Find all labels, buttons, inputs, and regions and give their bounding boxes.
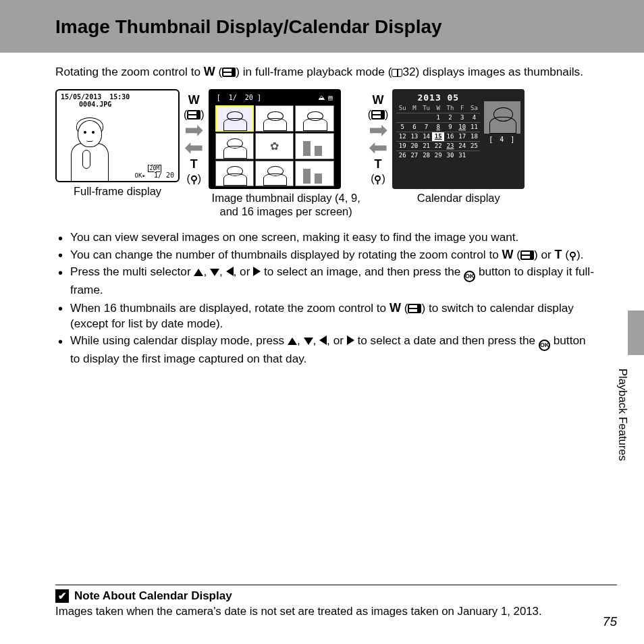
w-label-arrow1: W — [188, 93, 200, 107]
thumbnail-icon — [187, 110, 200, 119]
calendar-figure: 2013 05 SuMTuWThFSa 12345678910111213141… — [392, 89, 525, 205]
bullet-4: When 16 thumbnails are displayed, rotate… — [70, 300, 617, 332]
magnify-icon: ⚲ — [190, 173, 198, 185]
thumbnail-cell — [255, 161, 294, 187]
left-arrow-icon — [226, 267, 234, 276]
section-tab — [628, 311, 644, 355]
calendar-caption: Calendar display — [392, 192, 525, 205]
down-arrow-icon — [210, 269, 219, 276]
calendar-grid: SuMTuWThFSa 1234567891011121314151617181… — [396, 104, 480, 160]
right-arrow-icon — [347, 336, 354, 345]
thumbnail-icon — [371, 110, 385, 119]
thumbnail-cell — [295, 161, 333, 187]
header-bar: Image Thumbnail Display/Calendar Display — [0, 0, 644, 53]
thumbgrid-illustration: [ 1/ 20 ] ⛰ ▤ — [209, 89, 341, 189]
page-title: Image Thumbnail Display/Calendar Display — [55, 16, 644, 38]
thumbnail-cell — [215, 161, 254, 187]
intro-paragraph: Rotating the zoom control to W () in ful… — [0, 53, 644, 80]
book-ref-icon — [392, 69, 402, 77]
magnify-icon: ⚲ — [569, 250, 576, 261]
zoom-arrows-2: W () ➡ ⬅ T (⚲) — [368, 89, 389, 186]
thumbgrid-figure: [ 1/ 20 ] ⛰ ▤ Image thumbnail display (4… — [209, 89, 364, 219]
thumbgrid-caption: Image thumbnail display (4, 9, and 16 im… — [209, 192, 364, 219]
fullframe-caption: Full-frame display — [55, 185, 180, 198]
thumbnail-icon — [520, 250, 534, 260]
intro-ref: 32 — [402, 65, 415, 78]
calendar-title: 2013 05 — [396, 93, 480, 102]
section-label: Playback Features — [616, 369, 629, 461]
w-label-arrow2: W — [372, 93, 383, 107]
note-heading: Note About Calendar Display — [55, 589, 617, 603]
bullet-2: You can change the number of thumbnails … — [70, 246, 617, 263]
ok-button-icon: OK — [464, 271, 475, 282]
up-arrow-icon — [288, 338, 297, 345]
zoom-arrows-1: W () ➡ ⬅ T (⚲) — [184, 89, 205, 186]
thumbnail-cell — [215, 133, 254, 159]
t-label-arrow1: T — [190, 157, 198, 171]
thumbnail-cell-selected — [215, 105, 254, 132]
right-arrow-icon — [253, 267, 261, 276]
checkmark-icon — [55, 589, 69, 603]
up-arrow-icon — [194, 269, 203, 276]
calendar-thumb — [484, 101, 520, 134]
calendar-count: [ 4 ] — [484, 136, 520, 143]
thumbnail-cell — [255, 105, 294, 132]
fullframe-counter: 20M OK▸ 1/ 20 — [135, 164, 174, 179]
bullet-list: You can view several images on one scree… — [0, 227, 644, 367]
w-label: W — [204, 65, 215, 78]
down-arrow-icon — [304, 338, 313, 345]
thumbgrid-header: [ 1/ 20 ] ⛰ ▤ — [215, 92, 334, 104]
note-section: Note About Calendar Display Images taken… — [55, 585, 617, 618]
ok-button-icon: OK — [539, 340, 550, 351]
left-arrow-icon — [319, 336, 327, 345]
t-label-arrow2: T — [374, 157, 381, 171]
thumbnail-cell — [255, 133, 294, 159]
arrow-left-icon: ⬅ — [369, 140, 387, 156]
note-body: Images taken when the camera's date is n… — [55, 605, 617, 618]
fullframe-figure: 15/05/2013 15:30 0004.JPG 20M OK▸ 1/ 20 … — [55, 89, 180, 198]
bullet-3: Press the multi selector , , , or to sel… — [70, 264, 617, 298]
person-illustration — [68, 116, 115, 181]
intro-mid: ) in full-frame playback mode ( — [236, 65, 392, 78]
intro-pre: Rotating the zoom control to — [55, 65, 204, 78]
thumbnail-icon — [222, 68, 236, 77]
thumbnail-cell — [295, 133, 333, 159]
page-number: 75 — [603, 614, 617, 629]
thumbgrid-icons: ⛰ ▤ — [318, 93, 333, 104]
intro-post: ) displays images as thumbnails. — [416, 65, 583, 78]
magnify-icon: ⚲ — [374, 173, 381, 185]
fullframe-illustration: 15/05/2013 15:30 0004.JPG 20M OK▸ 1/ 20 — [55, 89, 180, 182]
bullet-5: While using calendar display mode, press… — [70, 333, 617, 367]
thumbnail-cell — [295, 105, 333, 132]
bullet-1: You can view several images on one scree… — [70, 230, 617, 245]
figures-row: 15/05/2013 15:30 0004.JPG 20M OK▸ 1/ 20 … — [55, 89, 617, 219]
fullframe-metadata: 15/05/2013 15:30 0004.JPG — [61, 93, 130, 108]
calendar-illustration: 2013 05 SuMTuWThFSa 12345678910111213141… — [392, 89, 525, 189]
arrow-left-icon: ⬅ — [184, 140, 203, 156]
thumbnail-icon — [408, 304, 421, 313]
